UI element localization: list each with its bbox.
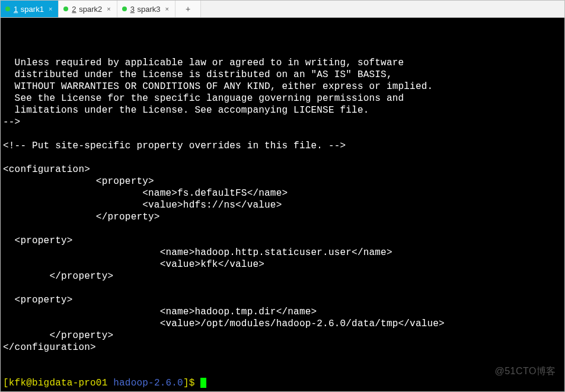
status-dot-icon [63, 7, 68, 11]
terminal-line: <property> [3, 235, 562, 247]
tab-close-icon[interactable]: × [106, 5, 111, 12]
terminal-line: <value>hdfs://ns</value> [3, 199, 562, 211]
terminal-line: <name>hadoop.http.staticuser.user</name> [3, 247, 562, 259]
status-dot-icon [122, 7, 127, 11]
terminal-line [3, 152, 562, 164]
tab-label: 2 spark2 [72, 5, 102, 14]
status-dot-icon [5, 7, 10, 11]
plus-icon: + [186, 4, 190, 14]
terminal[interactable]: Unless required by applicable law or agr… [1, 18, 564, 391]
tab-spark2[interactable]: 2 spark2 × [59, 1, 117, 17]
terminal-line: <name>fs.defaultFS</name> [3, 187, 562, 199]
terminal-line: <!-- Put site-specific property override… [3, 140, 562, 152]
terminal-line: See the License for the specific languag… [3, 93, 562, 104]
terminal-line: <configuration> [3, 164, 562, 176]
cursor-icon [200, 378, 206, 388]
terminal-line: </property> [3, 270, 562, 282]
terminal-line: <value>/opt/modules/hadoop-2.6.0/data/tm… [3, 318, 562, 330]
terminal-output: Unless required by applicable law or agr… [3, 45, 562, 353]
shell-prompt: [kfk@bigdata-pro01 hadoop-2.6.0]$ [3, 377, 562, 389]
terminal-line [3, 45, 562, 57]
terminal-line [3, 282, 562, 294]
app-window: 1 spark1 × 2 spark2 × 3 spark3 × + Unles… [0, 0, 565, 392]
terminal-line [3, 128, 562, 140]
terminal-line: limitations under the License. See accom… [3, 104, 562, 116]
terminal-line: <property> [3, 176, 562, 187]
terminal-line: WITHOUT WARRANTIES OR CONDITIONS OF ANY … [3, 81, 562, 93]
terminal-line: </property> [3, 330, 562, 342]
terminal-line: </property> [3, 211, 562, 223]
tab-label: 1 spark1 [14, 5, 44, 14]
terminal-line: </configuration> [3, 342, 562, 353]
terminal-line [3, 223, 562, 235]
tab-close-icon[interactable]: × [164, 5, 170, 12]
tab-spark1[interactable]: 1 spark1 × [1, 1, 59, 17]
watermark: @51CTO博客 [494, 365, 556, 377]
new-tab-button[interactable]: + [175, 1, 201, 17]
tab-spark3[interactable]: 3 spark3 × [117, 1, 175, 17]
terminal-line: <name>hadoop.tmp.dir</name> [3, 306, 562, 318]
tab-close-icon[interactable]: × [47, 5, 53, 12]
terminal-line: --> [3, 116, 562, 128]
tab-strip: 1 spark1 × 2 spark2 × 3 spark3 × + [1, 1, 564, 18]
terminal-line: Unless required by applicable law or agr… [3, 57, 562, 69]
terminal-line: <value>kfk</value> [3, 259, 562, 270]
tab-label: 3 spark3 [130, 5, 161, 14]
terminal-line: distributed under the License is distrib… [3, 69, 562, 81]
terminal-line: <property> [3, 294, 562, 306]
